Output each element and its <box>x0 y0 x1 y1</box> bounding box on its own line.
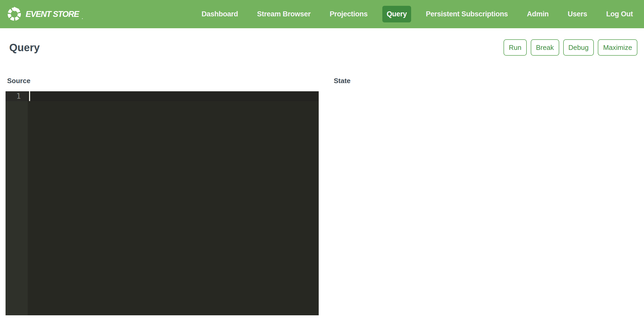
nav-menu: Dashboard Stream Browser Projections Que… <box>197 6 637 22</box>
source-label: Source <box>7 76 319 85</box>
nav-item-query[interactable]: Query <box>382 6 411 22</box>
query-source-editor[interactable]: 1 <box>6 91 319 315</box>
line-number: 1 <box>6 91 28 101</box>
break-button[interactable]: Break <box>531 39 559 56</box>
panels-row: Source 1 State <box>6 76 637 315</box>
main-content: Query Run Break Debug Maximize Source 1 <box>0 39 644 315</box>
nav-item-stream-browser[interactable]: Stream Browser <box>253 6 315 22</box>
logo-wordmark: EVENT STORE <box>26 9 79 19</box>
event-store-ring-icon <box>7 7 22 22</box>
text-cursor <box>29 91 30 101</box>
page-title: Query <box>9 42 40 54</box>
editor-code-area <box>28 101 319 315</box>
nav-item-users[interactable]: Users <box>563 6 591 22</box>
nav-item-admin[interactable]: Admin <box>523 6 553 22</box>
run-button[interactable]: Run <box>504 39 527 56</box>
maximize-button[interactable]: Maximize <box>598 39 637 56</box>
top-navbar: EVENT STORE . Dashboard Stream Browser P… <box>0 0 644 28</box>
nav-item-log-out[interactable]: Log Out <box>602 6 637 22</box>
debug-button[interactable]: Debug <box>563 39 594 56</box>
query-toolbar: Run Break Debug Maximize <box>504 39 637 56</box>
editor-gutter <box>6 101 28 315</box>
page-header: Query Run Break Debug Maximize <box>6 39 637 56</box>
state-panel: State <box>319 76 637 315</box>
nav-item-projections[interactable]: Projections <box>325 6 372 22</box>
state-content <box>332 91 637 250</box>
nav-item-persistent-subscriptions[interactable]: Persistent Subscriptions <box>422 6 512 22</box>
state-label: State <box>334 76 637 85</box>
nav-item-dashboard[interactable]: Dashboard <box>197 6 242 22</box>
logo-trademark-dot: . <box>82 15 83 20</box>
event-store-logo[interactable]: EVENT STORE . <box>7 7 83 22</box>
editor-body <box>6 101 319 315</box>
source-panel: Source 1 <box>6 76 319 315</box>
editor-active-line: 1 <box>6 91 319 101</box>
